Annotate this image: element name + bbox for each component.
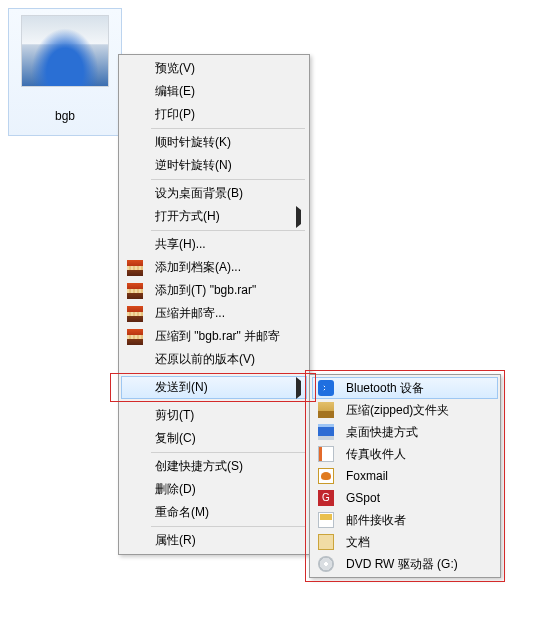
doc-icon	[318, 534, 334, 550]
submenu-item-label: GSpot	[340, 491, 484, 505]
gs-icon	[318, 490, 334, 506]
desk-icon	[318, 424, 334, 440]
context-menu: 预览(V)编辑(E)打印(P)顺时针旋转(K)逆时针旋转(N)设为桌面背景(B)…	[118, 54, 310, 555]
menu-separator	[151, 526, 305, 527]
fax-icon	[318, 446, 334, 462]
submenu-item-compressed-zip[interactable]: 压缩(zipped)文件夹	[312, 399, 498, 421]
submenu-item-label: Bluetooth 设备	[340, 380, 484, 397]
menu-item-label: 设为桌面背景(B)	[149, 185, 293, 202]
rar-icon	[127, 283, 143, 299]
submenu-item-bluetooth[interactable]: Bluetooth 设备	[312, 377, 498, 399]
mail-icon	[318, 512, 334, 528]
menu-item-open-with[interactable]: 打开方式(H)	[121, 205, 307, 228]
menu-item-label: 压缩到 "bgb.rar" 并邮寄	[149, 328, 293, 345]
file-name-label: bgb	[55, 109, 75, 123]
menu-separator	[151, 128, 305, 129]
file-thumbnail	[21, 15, 109, 87]
bt-icon	[318, 380, 334, 396]
menu-item-label: 还原以前的版本(V)	[149, 351, 293, 368]
rar-icon	[127, 260, 143, 276]
submenu-item-desktop-shortcut[interactable]: 桌面快捷方式	[312, 421, 498, 443]
menu-item-label: 共享(H)...	[149, 236, 293, 253]
menu-item-edit[interactable]: 编辑(E)	[121, 80, 307, 103]
submenu-item-gspot[interactable]: GSpot	[312, 487, 498, 509]
menu-separator	[151, 373, 305, 374]
dvd-icon	[318, 556, 334, 572]
send-to-submenu: Bluetooth 设备压缩(zipped)文件夹桌面快捷方式传真收件人Foxm…	[309, 374, 501, 578]
submenu-item-label: Foxmail	[340, 469, 484, 483]
zip-icon	[318, 402, 334, 418]
menu-item-preview[interactable]: 预览(V)	[121, 57, 307, 80]
menu-item-label: 打开方式(H)	[149, 208, 293, 225]
menu-item-add-archive[interactable]: 添加到档案(A)...	[121, 256, 307, 279]
submenu-item-documents[interactable]: 文档	[312, 531, 498, 553]
submenu-item-label: DVD RW 驱动器 (G:)	[340, 556, 484, 573]
chevron-right-icon	[296, 210, 301, 224]
submenu-item-fax-recipient[interactable]: 传真收件人	[312, 443, 498, 465]
menu-item-create-shortcut[interactable]: 创建快捷方式(S)	[121, 455, 307, 478]
menu-item-restore-prev[interactable]: 还原以前的版本(V)	[121, 348, 307, 371]
menu-separator	[151, 401, 305, 402]
submenu-item-label: 桌面快捷方式	[340, 424, 484, 441]
menu-item-send-to[interactable]: 发送到(N)	[121, 376, 307, 399]
menu-item-label: 打印(P)	[149, 106, 293, 123]
menu-item-share[interactable]: 共享(H)...	[121, 233, 307, 256]
menu-item-label: 重命名(M)	[149, 504, 293, 521]
menu-item-label: 添加到档案(A)...	[149, 259, 293, 276]
menu-item-set-wallpaper[interactable]: 设为桌面背景(B)	[121, 182, 307, 205]
menu-item-label: 复制(C)	[149, 430, 293, 447]
menu-item-label: 发送到(N)	[149, 379, 293, 396]
submenu-item-mail-recipient[interactable]: 邮件接收者	[312, 509, 498, 531]
menu-separator	[151, 179, 305, 180]
menu-item-rotate-cw[interactable]: 顺时针旋转(K)	[121, 131, 307, 154]
menu-item-cut[interactable]: 剪切(T)	[121, 404, 307, 427]
fox-icon	[318, 468, 334, 484]
menu-item-label: 压缩并邮寄...	[149, 305, 293, 322]
menu-item-rotate-ccw[interactable]: 逆时针旋转(N)	[121, 154, 307, 177]
menu-item-rename[interactable]: 重命名(M)	[121, 501, 307, 524]
submenu-item-label: 文档	[340, 534, 484, 551]
menu-item-label: 创建快捷方式(S)	[149, 458, 293, 475]
menu-item-copy[interactable]: 复制(C)	[121, 427, 307, 450]
menu-item-label: 预览(V)	[149, 60, 293, 77]
submenu-item-label: 压缩(zipped)文件夹	[340, 402, 484, 419]
menu-item-label: 剪切(T)	[149, 407, 293, 424]
menu-separator	[151, 452, 305, 453]
menu-item-add-rar[interactable]: 添加到(T) "bgb.rar"	[121, 279, 307, 302]
menu-item-compress-mail[interactable]: 压缩并邮寄...	[121, 302, 307, 325]
menu-item-label: 逆时针旋转(N)	[149, 157, 293, 174]
submenu-item-foxmail[interactable]: Foxmail	[312, 465, 498, 487]
rar-icon	[127, 306, 143, 322]
submenu-item-label: 传真收件人	[340, 446, 484, 463]
menu-item-label: 属性(R)	[149, 532, 293, 549]
menu-item-delete[interactable]: 删除(D)	[121, 478, 307, 501]
menu-item-label: 删除(D)	[149, 481, 293, 498]
menu-item-properties[interactable]: 属性(R)	[121, 529, 307, 552]
menu-item-label: 添加到(T) "bgb.rar"	[149, 282, 293, 299]
file-item[interactable]: bgb	[8, 8, 122, 136]
chevron-right-icon	[296, 381, 301, 395]
menu-item-print[interactable]: 打印(P)	[121, 103, 307, 126]
menu-item-compress-rar-mail[interactable]: 压缩到 "bgb.rar" 并邮寄	[121, 325, 307, 348]
submenu-item-label: 邮件接收者	[340, 512, 484, 529]
menu-item-label: 顺时针旋转(K)	[149, 134, 293, 151]
submenu-item-dvd-rw[interactable]: DVD RW 驱动器 (G:)	[312, 553, 498, 575]
rar-icon	[127, 329, 143, 345]
menu-separator	[151, 230, 305, 231]
menu-item-label: 编辑(E)	[149, 83, 293, 100]
